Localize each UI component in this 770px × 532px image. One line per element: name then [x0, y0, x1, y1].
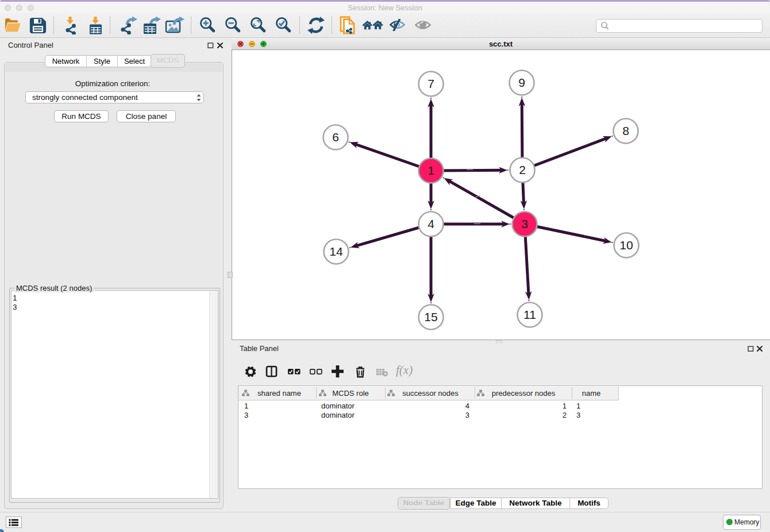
svg-text:9: 9 [518, 76, 525, 89]
svg-text:2: 2 [519, 163, 526, 176]
svg-text:14: 14 [329, 245, 343, 258]
svg-text:15: 15 [424, 310, 437, 323]
svg-text:8: 8 [622, 124, 629, 137]
svg-text:7: 7 [428, 77, 434, 90]
svg-text:f(x): f(x) [396, 364, 413, 377]
svg-text:6: 6 [332, 130, 339, 144]
svg-text:4: 4 [428, 217, 434, 230]
svg-text:1: 1 [428, 164, 434, 177]
svg-text:3: 3 [521, 217, 528, 230]
svg-text:11: 11 [523, 308, 536, 321]
svg-text:10: 10 [619, 238, 633, 252]
